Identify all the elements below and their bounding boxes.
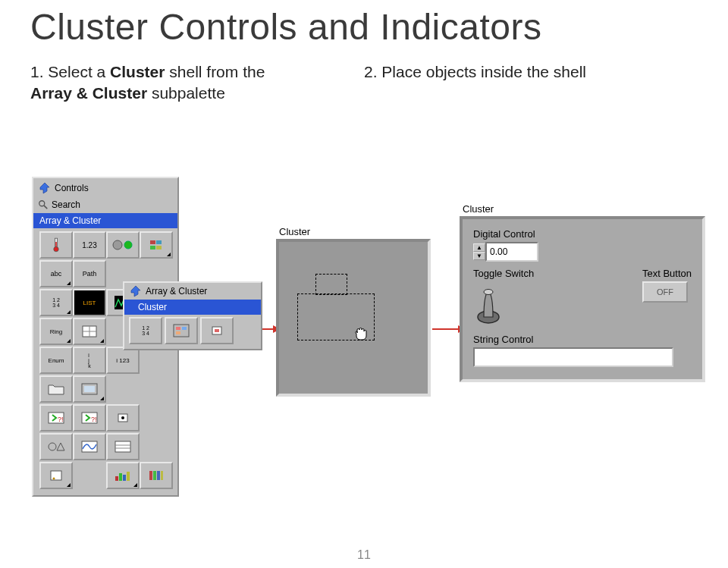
string-control-input[interactable] bbox=[473, 347, 673, 367]
svg-rect-31 bbox=[119, 473, 122, 481]
svg-rect-16 bbox=[84, 386, 95, 392]
svg-rect-41 bbox=[176, 331, 180, 334]
slide-title: Cluster Controls and Indicators bbox=[30, 6, 698, 48]
palette-item-classic[interactable] bbox=[106, 462, 140, 489]
drop-marquee-top bbox=[315, 274, 347, 295]
palette-search[interactable]: Search bbox=[33, 198, 177, 213]
svg-point-6 bbox=[124, 241, 132, 249]
svg-rect-30 bbox=[115, 476, 118, 481]
cluster-populated-label: Cluster bbox=[460, 203, 705, 215]
submenu-title: Array & Cluster bbox=[146, 286, 207, 297]
submenu-item-variant[interactable] bbox=[200, 317, 234, 344]
palette-grid: 1.23 abc Path 1 2 3 4 LIST bbox=[33, 228, 177, 492]
cluster-populated-body[interactable]: Digital Control ▲ ▼ Toggle Switch bbox=[460, 216, 705, 382]
svg-text:?!: ?! bbox=[91, 416, 97, 423]
palette-item-ijk-label: i j k bbox=[88, 353, 91, 369]
palette-item-knob-led[interactable] bbox=[106, 231, 140, 259]
svg-rect-7 bbox=[150, 240, 155, 244]
digital-control-input[interactable] bbox=[485, 242, 538, 262]
palette-item-numeric[interactable]: 1.23 bbox=[73, 231, 106, 259]
magnifier-icon bbox=[38, 199, 49, 210]
svg-rect-25 bbox=[115, 441, 130, 452]
svg-point-29 bbox=[53, 478, 55, 480]
palette-item-refnum[interactable] bbox=[39, 462, 73, 489]
svg-rect-3 bbox=[55, 242, 57, 246]
thumbtack-icon[interactable] bbox=[129, 285, 141, 297]
svg-rect-8 bbox=[156, 240, 162, 244]
palette-item-ring[interactable]: Ring bbox=[39, 318, 73, 345]
step-2: 2. Place objects inside the shell bbox=[364, 61, 667, 105]
digital-control: ▲ ▼ bbox=[473, 242, 692, 262]
svg-rect-37 bbox=[161, 471, 163, 480]
palette-item-enum-label: Enum bbox=[49, 357, 64, 364]
palette-item-folder[interactable] bbox=[39, 375, 73, 403]
cluster-shell-body[interactable] bbox=[276, 239, 431, 397]
palette-item-shapes[interactable] bbox=[39, 433, 73, 460]
step-list: 1. Select a Cluster shell from the Array… bbox=[30, 61, 698, 105]
palette-spacer bbox=[140, 404, 170, 428]
svg-point-23 bbox=[49, 443, 56, 450]
palette-item-waveform[interactable] bbox=[73, 433, 106, 460]
svg-point-49 bbox=[484, 290, 493, 295]
palette-item-abc[interactable]: abc bbox=[39, 260, 73, 287]
svg-rect-28 bbox=[51, 471, 61, 480]
palette-title: Controls bbox=[55, 183, 89, 193]
palette-item-i123-label: i 123 bbox=[116, 357, 129, 364]
palette-item-path[interactable]: Path bbox=[73, 260, 106, 287]
palette-item-books[interactable] bbox=[140, 462, 173, 489]
text-button[interactable]: OFF bbox=[642, 281, 688, 303]
palette-item-list-label: LIST bbox=[83, 300, 96, 306]
string-control-label: String Control bbox=[473, 334, 692, 345]
palette-item-list[interactable]: LIST bbox=[73, 289, 106, 316]
palette-spacer bbox=[106, 375, 136, 400]
thumbtack-icon[interactable] bbox=[38, 182, 50, 194]
palette-item-array[interactable]: 1 2 3 4 bbox=[39, 289, 73, 316]
submenu-item-cluster[interactable] bbox=[165, 317, 198, 344]
svg-rect-38 bbox=[174, 325, 189, 337]
svg-rect-43 bbox=[215, 329, 219, 332]
step-1-bold-ac: Array & Cluster bbox=[30, 84, 147, 102]
step-1: 1. Select a Cluster shell from the Array… bbox=[30, 61, 311, 105]
palette-spacer bbox=[73, 462, 103, 486]
digital-spinner[interactable]: ▲ ▼ bbox=[473, 243, 485, 260]
palette-item-error-in[interactable]: ?! bbox=[39, 404, 73, 431]
step-1-mid: shell from the bbox=[165, 63, 265, 80]
palette-item-enum[interactable]: Enum bbox=[39, 347, 73, 374]
step-1-pre: Select a bbox=[48, 63, 110, 80]
svg-rect-32 bbox=[123, 475, 126, 481]
spinner-down-icon[interactable]: ▼ bbox=[473, 252, 485, 260]
palette-item-matrix[interactable] bbox=[73, 318, 106, 345]
toggle-switch[interactable] bbox=[473, 285, 504, 325]
submenu-selected-cluster[interactable]: Cluster bbox=[124, 300, 261, 315]
palette-header: Controls bbox=[33, 178, 177, 198]
palette-item-ijk[interactable]: i j k bbox=[73, 347, 106, 374]
digital-control-label: Digital Control bbox=[473, 228, 692, 240]
text-button-label: Text Button bbox=[642, 268, 692, 279]
step-1-bold-cluster: Cluster bbox=[110, 63, 165, 80]
cluster-populated: Cluster Digital Control ▲ ▼ Toggle Switc… bbox=[460, 203, 705, 382]
spinner-up-icon[interactable]: ▲ bbox=[473, 243, 485, 252]
palette-category-band[interactable]: Array & Cluster bbox=[33, 213, 177, 228]
palette-item-container[interactable] bbox=[73, 375, 106, 403]
palette-item-array-label: 1 2 3 4 bbox=[52, 297, 60, 308]
submenu-row: 1 2 3 4 bbox=[124, 315, 261, 347]
svg-rect-36 bbox=[157, 471, 160, 480]
step-2-number: 2. bbox=[364, 63, 378, 80]
palette-item-variant[interactable] bbox=[106, 404, 140, 431]
svg-text:?!: ?! bbox=[58, 416, 64, 423]
palette-item-i123[interactable]: i 123 bbox=[106, 347, 140, 374]
submenu-item-array[interactable]: 1 2 3 4 bbox=[129, 317, 162, 344]
palette-item-palette[interactable] bbox=[140, 231, 173, 259]
grab-cursor-icon bbox=[352, 324, 370, 342]
page-number: 11 bbox=[0, 548, 728, 562]
array-cluster-submenu[interactable]: Array & Cluster Cluster 1 2 3 4 bbox=[123, 281, 262, 350]
palette-item-thermometer[interactable] bbox=[39, 231, 73, 259]
search-label: Search bbox=[52, 199, 80, 210]
palette-item-error-out[interactable]: ?! bbox=[73, 404, 106, 431]
cluster-shell-label: Cluster bbox=[276, 226, 431, 237]
palette-spacer bbox=[140, 433, 170, 457]
svg-rect-9 bbox=[150, 246, 155, 249]
palette-item-table[interactable] bbox=[106, 433, 140, 460]
svg-point-22 bbox=[121, 416, 124, 419]
palette-spacer bbox=[140, 375, 170, 400]
